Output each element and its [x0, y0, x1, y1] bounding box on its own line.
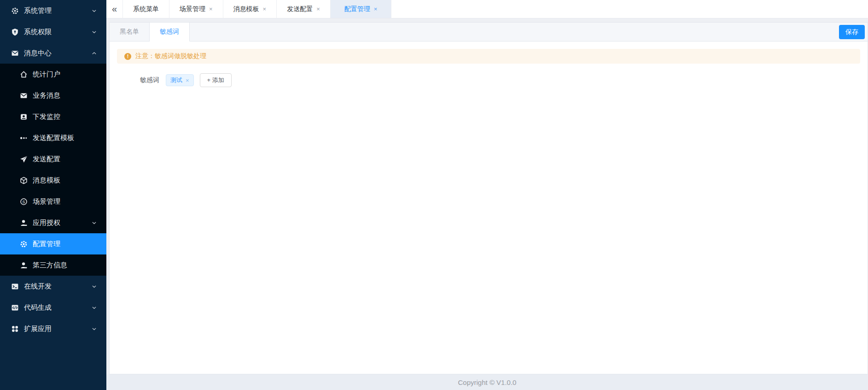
svg-text:S: S	[22, 199, 25, 204]
gear-icon	[11, 7, 19, 15]
sidebar-item-label: 消息模板	[33, 176, 60, 185]
close-icon[interactable]: ×	[316, 6, 320, 12]
tab-label: 场景管理	[180, 5, 205, 13]
ellipsis-icon	[20, 134, 28, 142]
chevron-down-icon	[91, 8, 97, 14]
sidebar-item-system-management[interactable]: 系统管理	[0, 0, 106, 21]
sidebar-item-message-center[interactable]: 消息中心	[0, 42, 106, 64]
chevron-down-icon	[91, 29, 97, 35]
save-button[interactable]: 保存	[839, 25, 865, 39]
tabbar: « 系统菜单 场景管理 × 消息模板 × 发送配置 × 配置管理 ×	[106, 0, 868, 18]
sensitive-word-tag: 测试 ×	[166, 74, 194, 86]
close-icon[interactable]: ×	[209, 6, 213, 12]
tab-config-management[interactable]: 配置管理 ×	[331, 0, 392, 18]
monitor-icon	[20, 113, 28, 121]
mail-icon	[20, 92, 28, 100]
mail-icon	[11, 49, 19, 57]
gear-icon	[20, 240, 28, 248]
sidebar-submenu-message-center: 统计门户 业务消息 下发监控 发送配置模板 发送配置 消息模板	[0, 64, 106, 276]
sidebar-item-send-config[interactable]: 发送配置	[0, 148, 106, 170]
sidebar-item-label: 消息中心	[24, 49, 52, 58]
tab-panel-sensitive-words: ! 注意：敏感词做脱敏处理 敏感词 测试 × + 添加	[110, 41, 868, 95]
shield-icon	[11, 28, 19, 36]
close-icon[interactable]: ×	[374, 6, 378, 12]
sidebar-item-label: 第三方信息	[33, 261, 67, 270]
home-icon	[20, 71, 28, 78]
warning-circle-icon: !	[124, 53, 131, 60]
sidebar-item-label: 系统管理	[24, 6, 52, 15]
sidebar-item-online-dev[interactable]: 在线开发	[0, 276, 106, 297]
sidebar-item-third-party-info[interactable]: 第三方信息	[0, 254, 106, 276]
warning-alert: ! 注意：敏感词做脱敏处理	[117, 49, 860, 64]
tab-blacklist[interactable]: 黑名单	[110, 23, 150, 41]
sidebar-item-config-management[interactable]: 配置管理	[0, 233, 106, 254]
tag-close-icon[interactable]: ×	[186, 77, 189, 83]
tab-message-template[interactable]: 消息模板 ×	[223, 0, 277, 18]
sidebar-item-label: 配置管理	[33, 240, 60, 248]
terminal-icon	[11, 283, 19, 290]
chevron-down-icon	[91, 326, 97, 332]
sidebar-item-label: 应用授权	[33, 219, 60, 227]
tab-send-config[interactable]: 发送配置 ×	[277, 0, 331, 18]
sidebar-item-business-message[interactable]: 业务消息	[0, 85, 106, 106]
chevron-down-icon	[91, 220, 97, 226]
sidebar-item-label: 代码生成	[24, 303, 52, 312]
tag-text: 测试	[170, 76, 182, 84]
sidebar-item-label: 发送配置	[33, 155, 60, 164]
sidebar-item-stat-portal[interactable]: 统计门户	[0, 64, 106, 85]
code-icon	[11, 304, 19, 312]
chevron-up-icon	[91, 50, 97, 56]
user-icon	[20, 261, 28, 269]
sidebar-item-label: 统计门户	[33, 70, 60, 79]
footer: Copyright © V1.0.0	[106, 374, 868, 390]
add-tag-button[interactable]: + 添加	[200, 73, 232, 87]
sidebar-item-label: 系统权限	[24, 28, 52, 36]
sidebar-item-label: 业务消息	[33, 91, 60, 100]
warning-alert-text: 注意：敏感词做脱敏处理	[135, 52, 206, 60]
content-tabs-header: 黑名单 敏感词 保存	[110, 23, 868, 41]
chevron-down-icon	[91, 284, 97, 290]
sidebar-item-system-permission[interactable]: 系统权限	[0, 21, 106, 42]
sidebar-item-code-generation[interactable]: 代码生成	[0, 297, 106, 318]
sidebar: 系统管理 系统权限 消息中心 统计门户 业务消息 下发监控	[0, 0, 106, 390]
tab-label: 系统菜单	[133, 5, 159, 13]
sidebar-item-extended-apps[interactable]: 扩展应用	[0, 318, 106, 339]
collapse-sidebar-button[interactable]: «	[106, 0, 123, 18]
sensitive-words-label: 敏感词	[140, 76, 159, 84]
send-icon	[20, 155, 28, 163]
sidebar-item-send-config-template[interactable]: 发送配置模板	[0, 127, 106, 148]
tab-label: 消息模板	[233, 5, 259, 13]
sidebar-item-label: 场景管理	[33, 197, 60, 206]
apps-icon	[11, 325, 19, 333]
content-panel: 黑名单 敏感词 保存 ! 注意：敏感词做脱敏处理 敏感词 测试 × + 添加	[109, 22, 868, 374]
sidebar-item-message-template[interactable]: 消息模板	[0, 170, 106, 191]
sidebar-item-scene-management[interactable]: S 场景管理	[0, 191, 106, 212]
chevron-down-icon	[91, 305, 97, 311]
close-icon[interactable]: ×	[263, 6, 267, 12]
scene-s-icon: S	[20, 198, 28, 206]
sidebar-item-dispatch-monitor[interactable]: 下发监控	[0, 106, 106, 127]
tab-label: 发送配置	[287, 5, 313, 13]
sidebar-item-label: 下发监控	[33, 112, 60, 121]
collapse-icon: «	[112, 4, 117, 14]
tab-label: 敏感词	[160, 28, 179, 36]
sensitive-words-form-row: 敏感词 测试 × + 添加	[117, 73, 860, 87]
user-icon	[20, 219, 28, 227]
sidebar-item-app-authorization[interactable]: 应用授权	[0, 212, 106, 233]
sidebar-item-label: 扩展应用	[24, 325, 52, 333]
tab-scene-management[interactable]: 场景管理 ×	[169, 0, 223, 18]
cube-icon	[20, 177, 28, 184]
sidebar-item-label: 在线开发	[24, 282, 52, 291]
tab-label: 黑名单	[120, 28, 139, 36]
copyright-text: Copyright © V1.0.0	[458, 378, 517, 386]
sidebar-item-label: 发送配置模板	[33, 134, 74, 142]
app-window: 系统管理 系统权限 消息中心 统计门户 业务消息 下发监控	[0, 0, 868, 390]
tab-sensitive-words[interactable]: 敏感词	[150, 23, 190, 41]
tab-system-menu[interactable]: 系统菜单	[123, 0, 169, 18]
tab-label: 配置管理	[344, 5, 370, 13]
